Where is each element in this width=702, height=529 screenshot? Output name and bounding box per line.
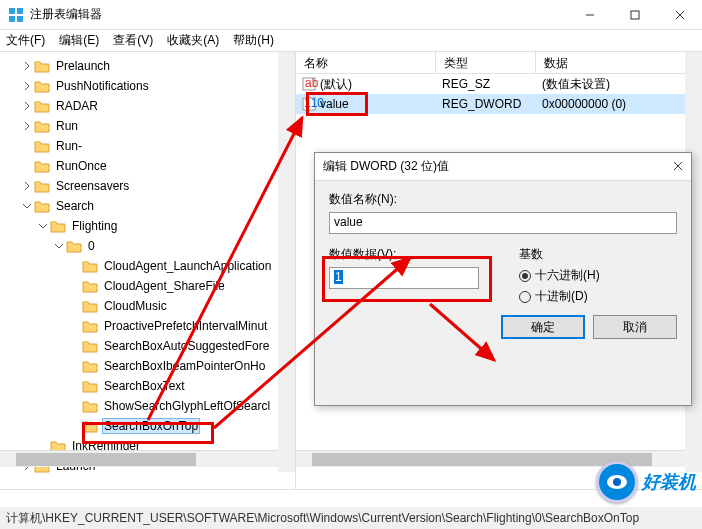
- ok-button[interactable]: 确定: [501, 315, 585, 339]
- data-label: 数值数据(V):: [329, 246, 479, 263]
- svg-rect-1: [17, 8, 23, 14]
- tree-item[interactable]: CloudAgent_LaunchApplication: [0, 256, 295, 276]
- radio-hex[interactable]: 十六进制(H): [519, 267, 600, 284]
- twisty-icon[interactable]: [20, 121, 34, 131]
- menu-view[interactable]: 查看(V): [113, 32, 153, 49]
- titlebar: 注册表编辑器: [0, 0, 702, 30]
- edit-dword-dialog: 编辑 DWORD (32 位)值 数值名称(N): value 数值数据(V):…: [314, 152, 692, 406]
- tree-item[interactable]: CloudMusic: [0, 296, 295, 316]
- col-data[interactable]: 数据: [536, 52, 702, 73]
- col-type[interactable]: 类型: [436, 52, 536, 73]
- tree-item[interactable]: CloudAgent_ShareFile: [0, 276, 295, 296]
- menubar: 文件(F) 编辑(E) 查看(V) 收藏夹(A) 帮助(H): [0, 30, 702, 52]
- base-label: 基数: [519, 246, 600, 263]
- menu-help[interactable]: 帮助(H): [233, 32, 274, 49]
- twisty-icon[interactable]: [20, 61, 34, 71]
- list-row[interactable]: 110valueREG_DWORD0x00000000 (0): [296, 94, 702, 114]
- statusbar: 计算机\HKEY_CURRENT_USER\SOFTWARE\Microsoft…: [0, 507, 702, 529]
- window-title: 注册表编辑器: [30, 6, 567, 23]
- twisty-icon[interactable]: [52, 241, 66, 251]
- watermark-text: 好装机: [642, 470, 696, 494]
- minimize-button[interactable]: [567, 0, 612, 30]
- tree-item[interactable]: Screensavers: [0, 176, 295, 196]
- dialog-close-icon[interactable]: [673, 160, 683, 174]
- cancel-button[interactable]: 取消: [593, 315, 677, 339]
- tree-item[interactable]: Run: [0, 116, 295, 136]
- twisty-icon[interactable]: [20, 181, 34, 191]
- tree-item[interactable]: SearchBoxIbeamPointerOnHo: [0, 356, 295, 376]
- name-label: 数值名称(N):: [329, 191, 677, 208]
- tree-item[interactable]: SearchBoxOnTop: [0, 416, 295, 436]
- tree-item[interactable]: PushNotifications: [0, 76, 295, 96]
- tree-item[interactable]: 0: [0, 236, 295, 256]
- radio-dec[interactable]: 十进制(D): [519, 288, 600, 305]
- tree-pane: PrelaunchPushNotificationsRADARRunRun-Ru…: [0, 52, 296, 489]
- svg-rect-5: [631, 11, 639, 19]
- tree-item[interactable]: SearchBoxText: [0, 376, 295, 396]
- tree-vscrollbar[interactable]: [278, 52, 295, 472]
- twisty-icon[interactable]: [36, 221, 50, 231]
- svg-rect-2: [9, 16, 15, 22]
- twisty-icon[interactable]: [20, 81, 34, 91]
- tree-item[interactable]: RunOnce: [0, 156, 295, 176]
- tree-item[interactable]: SearchBoxAutoSuggestedFore: [0, 336, 295, 356]
- menu-file[interactable]: 文件(F): [6, 32, 45, 49]
- tree-item[interactable]: ProactivePrefetchIntervalMinut: [0, 316, 295, 336]
- tree-item[interactable]: Run-: [0, 136, 295, 156]
- tree-item[interactable]: ShowSearchGlyphLeftOfSearcl: [0, 396, 295, 416]
- dialog-title: 编辑 DWORD (32 位)值: [323, 158, 673, 175]
- watermark-icon: [596, 461, 638, 503]
- tree-hscrollbar[interactable]: [0, 450, 295, 467]
- data-input[interactable]: 1: [329, 267, 479, 289]
- tree-item[interactable]: Search: [0, 196, 295, 216]
- tree-item[interactable]: Flighting: [0, 216, 295, 236]
- maximize-button[interactable]: [612, 0, 657, 30]
- menu-edit[interactable]: 编辑(E): [59, 32, 99, 49]
- menu-favorites[interactable]: 收藏夹(A): [167, 32, 219, 49]
- twisty-icon[interactable]: [20, 101, 34, 111]
- twisty-icon[interactable]: [20, 201, 34, 211]
- regedit-icon: [8, 7, 24, 23]
- svg-text:ab: ab: [305, 76, 319, 90]
- tree-item[interactable]: Prelaunch: [0, 56, 295, 76]
- list-header: 名称 类型 数据: [296, 52, 702, 74]
- tree-item[interactable]: RADAR: [0, 96, 295, 116]
- name-input[interactable]: value: [329, 212, 677, 234]
- list-row[interactable]: ab(默认)REG_SZ(数值未设置): [296, 74, 702, 94]
- svg-rect-3: [17, 16, 23, 22]
- svg-rect-0: [9, 8, 15, 14]
- col-name[interactable]: 名称: [296, 52, 436, 73]
- close-button[interactable]: [657, 0, 702, 30]
- watermark: 好装机: [596, 461, 696, 503]
